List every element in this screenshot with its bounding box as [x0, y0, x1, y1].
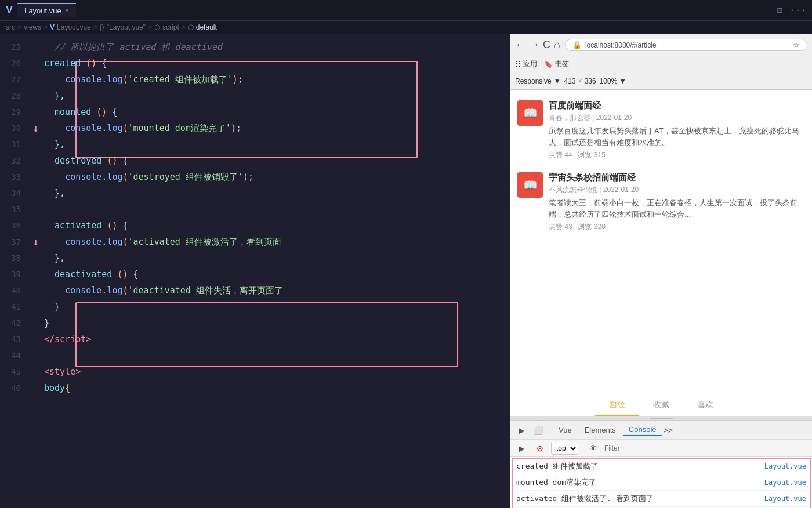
arrow-40 — [30, 282, 42, 299]
arrow-39 — [30, 266, 42, 282]
tab-mian-jing[interactable]: 面经 — [595, 395, 639, 416]
breadcrumb-sep2: > — [44, 23, 48, 31]
line-content-35 — [42, 201, 510, 217]
line-num-38: 38 — [0, 250, 30, 266]
nav-home-icon[interactable]: ⌂ — [554, 39, 560, 51]
code-line-25: 25 // 所以提供了 actived 和 deactived — [0, 39, 510, 55]
nav-back-icon[interactable]: ← — [515, 39, 525, 51]
height-value[interactable]: 336 — [585, 77, 596, 85]
code-line-28: 28 }, — [0, 88, 510, 104]
line-num-35: 35 — [0, 201, 30, 217]
article-title-2: 宇宙头条校招前端面经 — [549, 172, 805, 183]
responsive-dropdown[interactable]: Responsive ▼ — [515, 77, 561, 85]
console-eye-icon[interactable]: 👁 — [586, 441, 601, 456]
breadcrumb-views[interactable]: views — [24, 23, 41, 31]
devtools-tab-elements[interactable]: Elements — [579, 424, 622, 436]
editor-tab[interactable]: Layout.vue × — [17, 3, 76, 17]
console-filter-input[interactable] — [604, 444, 809, 452]
line-content-44 — [42, 347, 510, 364]
arrow-27 — [30, 71, 42, 88]
arrow-44 — [30, 347, 42, 364]
split-editor-icon[interactable]: ⊞ — [777, 5, 782, 16]
arrow-35 — [30, 201, 42, 217]
line-num-39: 39 — [0, 266, 30, 282]
line-num-44: 44 — [0, 347, 30, 364]
width-value[interactable]: 413 — [564, 77, 576, 85]
bookmark-apps[interactable]: ⠿ 应用 — [515, 59, 537, 69]
code-panel: 25 // 所以提供了 actived 和 deactived 26 creat… — [0, 34, 510, 508]
arrow-42 — [30, 315, 42, 331]
bookmark-icon[interactable]: ☆ — [793, 41, 800, 49]
console-context-select[interactable]: top — [551, 442, 578, 455]
devtools-tab-vue[interactable]: Vue — [553, 424, 578, 436]
console-prohibit-icon[interactable]: ⊘ — [532, 441, 548, 456]
code-line-38: 38 }, — [0, 250, 510, 266]
devtools-more-tabs-icon[interactable]: >> — [664, 426, 673, 435]
devtools-toolbar: ▶ ⬜ Vue Elements Console >> — [510, 421, 812, 440]
zoom-chevron: ▼ — [619, 77, 626, 85]
line-content-39: deactivated () { — [42, 266, 510, 282]
line-content-27: console.log('created 组件被加载了'); — [42, 71, 510, 88]
line-content-29: mounted () { — [42, 104, 510, 120]
code-line-39: 39 deactivated () { — [0, 266, 510, 282]
address-bar[interactable]: 🔒 localhost:8080/#/article ☆ — [565, 39, 807, 51]
article-item-1[interactable]: 📖 百度前端面经 青春，那么嚣 | 2022-01-20 虽然百度这几年发展势头… — [517, 95, 805, 166]
code-line-31: 31 }, — [0, 136, 510, 153]
console-source-1[interactable]: Layout.vue — [764, 462, 806, 470]
devtools-tab-console[interactable]: Console — [623, 424, 662, 436]
dimension-inputs: 413 × 336 — [564, 77, 596, 85]
breadcrumb-script[interactable]: script — [162, 23, 179, 31]
article-item-2[interactable]: 📖 宇宙头条校招前端面经 不风流怎样偶傥 | 2022-01-20 笔者读大三，… — [517, 166, 805, 238]
top-bar: V Layout.vue × ⊞ ··· — [0, 0, 812, 21]
more-actions-icon[interactable]: ··· — [789, 5, 806, 16]
arrow-38 — [30, 250, 42, 266]
console-line-2: mounted dom渲染完了 Layout.vue — [515, 474, 807, 491]
arrow-37: ↓ — [30, 234, 42, 250]
line-num-31: 31 — [0, 136, 30, 153]
code-line-43: 43 </script> — [0, 331, 510, 347]
tab-shoucang[interactable]: 收藏 — [639, 395, 683, 416]
nav-fwd-icon[interactable]: → — [529, 39, 539, 51]
arrow-25 — [30, 39, 42, 55]
code-line-34: 34 }, — [0, 185, 510, 201]
breadcrumb-layout-label[interactable]: "Layout.vue" — [107, 23, 146, 31]
code-line-32: 32 destroyed () { — [0, 153, 510, 169]
article-list: 📖 百度前端面经 青春，那么嚣 | 2022-01-20 虽然百度这几年发展势头… — [510, 90, 812, 395]
line-num-34: 34 — [0, 185, 30, 201]
breadcrumb-default[interactable]: default — [196, 23, 217, 31]
line-content-42: } — [42, 315, 510, 331]
tab-close-icon[interactable]: × — [65, 6, 69, 14]
console-text-1: created 组件被加载了 — [516, 461, 598, 471]
bookmark-bookmarks[interactable]: 🔖 书签 — [544, 59, 569, 69]
devtools-mobile-icon[interactable]: ⬜ — [530, 423, 545, 438]
tab-xihuan[interactable]: 喜欢 — [683, 395, 727, 416]
nav-refresh-icon[interactable]: C — [543, 39, 550, 51]
article-thumb-1: 📖 — [517, 100, 543, 126]
url-text: localhost:8080/#/article — [585, 41, 657, 49]
console-source-3[interactable]: Layout.vue — [764, 495, 806, 503]
line-content-30: console.log('mounted dom渲染完了'); — [42, 120, 510, 136]
zoom-select[interactable]: 100% ▼ — [600, 77, 626, 85]
console-text-2: mounted dom渲染完了 — [516, 477, 596, 488]
breadcrumb-script-icon: ⬡ — [154, 23, 160, 31]
code-line-27: 27 console.log('created 组件被加载了'); — [0, 71, 510, 88]
breadcrumb-file[interactable]: Layout.vue — [57, 23, 91, 31]
console-line-3: activated 组件被激活了. 看到页面了 Layout.vue — [515, 491, 807, 507]
code-line-42: 42 } — [0, 315, 510, 331]
breadcrumb-src[interactable]: src — [6, 23, 15, 31]
responsive-label: Responsive — [515, 77, 552, 85]
apps-label: 应用 — [523, 59, 537, 69]
line-num-45: 45 — [0, 364, 30, 380]
console-clear-icon[interactable]: ▶ — [514, 441, 529, 456]
drag-handle-bar — [650, 418, 673, 419]
browser-nav-bar: ← → C ⌂ 🔒 localhost:8080/#/article ☆ — [510, 34, 812, 56]
main-area: 25 // 所以提供了 actived 和 deactived 26 creat… — [0, 34, 812, 508]
devtools-panel: ▶ ⬜ Vue Elements Console >> ▶ ⊘ top 👁 — [510, 420, 812, 508]
arrow-43 — [30, 331, 42, 347]
console-source-2[interactable]: Layout.vue — [764, 478, 806, 487]
apps-grid-icon: ⠿ — [515, 60, 521, 69]
code-line-26: 26 created () { — [0, 55, 510, 71]
top-bar-actions: ⊞ ··· — [777, 5, 806, 16]
devtools-cursor-icon[interactable]: ▶ — [514, 423, 529, 438]
arrow-29 — [30, 104, 42, 120]
